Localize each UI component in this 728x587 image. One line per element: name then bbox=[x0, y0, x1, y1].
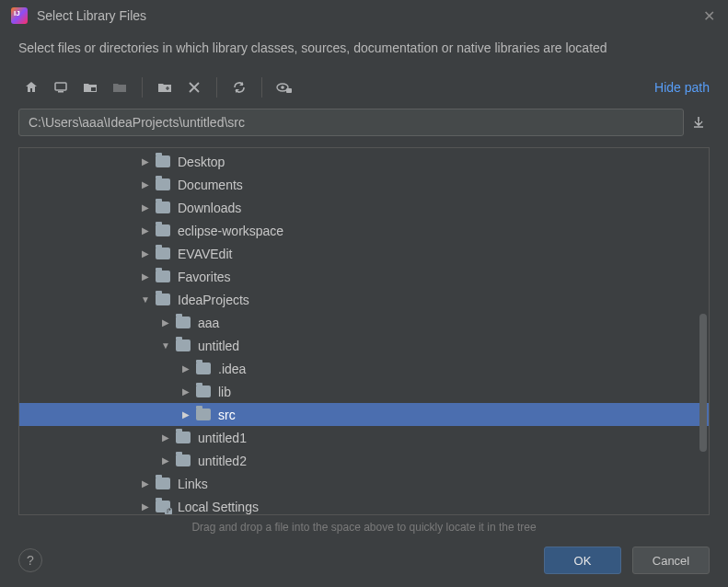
chevron-down-icon[interactable]: ▼ bbox=[159, 340, 172, 351]
toolbar-separator bbox=[261, 77, 262, 98]
chevron-right-icon[interactable]: ▶ bbox=[159, 455, 172, 466]
chevron-right-icon[interactable]: ▶ bbox=[139, 271, 152, 282]
desktop-icon[interactable] bbox=[48, 75, 74, 99]
tree-row[interactable]: ▶aaa bbox=[19, 311, 709, 334]
title-bar: Select Library Files ✕ bbox=[0, 0, 728, 31]
folder-icon bbox=[156, 201, 170, 213]
ok-button[interactable]: OK bbox=[544, 547, 621, 574]
drag-hint: Drag and drop a file into the space abov… bbox=[0, 515, 728, 535]
cancel-button-label: Cancel bbox=[653, 554, 689, 568]
tree-row-label: src bbox=[218, 408, 236, 422]
folder-icon bbox=[176, 340, 191, 351]
folder-icon bbox=[176, 432, 191, 443]
tree-row[interactable]: ▼IdeaProjects bbox=[19, 288, 709, 311]
toolbar: Hide path bbox=[0, 70, 728, 105]
toolbar-separator bbox=[216, 77, 217, 98]
tree-row-label: untitled bbox=[198, 339, 239, 353]
chevron-right-icon[interactable]: ▶ bbox=[139, 225, 152, 236]
folder-icon bbox=[156, 247, 170, 259]
module-folder-icon bbox=[107, 75, 133, 99]
chevron-right-icon[interactable]: ▶ bbox=[159, 432, 172, 443]
help-button[interactable]: ? bbox=[18, 548, 42, 572]
folder-icon bbox=[176, 455, 191, 466]
tree-row-label: eclipse-workspace bbox=[178, 224, 283, 238]
tree-row-label: .idea bbox=[218, 362, 246, 376]
tree-row[interactable]: ▶untitled1 bbox=[19, 426, 709, 449]
folder-icon bbox=[196, 363, 211, 374]
tree-row[interactable]: ▶Local Settings bbox=[19, 495, 709, 515]
app-icon bbox=[11, 7, 28, 24]
folder-icon bbox=[156, 270, 170, 282]
refresh-icon[interactable] bbox=[226, 75, 252, 99]
tree-row-label: Downloads bbox=[178, 201, 241, 215]
path-row bbox=[0, 105, 728, 140]
svg-rect-0 bbox=[55, 83, 66, 90]
tree-row[interactable]: ▶Desktop bbox=[19, 150, 709, 173]
chevron-right-icon[interactable]: ▶ bbox=[179, 363, 192, 374]
home-icon[interactable] bbox=[18, 75, 44, 99]
tree-row-label: Local Settings bbox=[178, 500, 259, 514]
chevron-right-icon[interactable]: ▶ bbox=[139, 248, 152, 259]
chevron-right-icon[interactable]: ▶ bbox=[139, 478, 152, 489]
hide-path-link[interactable]: Hide path bbox=[654, 80, 710, 95]
svg-point-4 bbox=[281, 86, 284, 89]
tree-row[interactable]: ▶untitled2 bbox=[19, 449, 709, 472]
folder-icon bbox=[156, 178, 170, 190]
tree-row-label: Documents bbox=[178, 178, 243, 192]
tree-row[interactable]: ▶Documents bbox=[19, 173, 709, 196]
show-hidden-icon[interactable] bbox=[272, 75, 297, 99]
folder-icon bbox=[156, 155, 170, 167]
folder-icon bbox=[196, 386, 211, 397]
chevron-right-icon[interactable]: ▶ bbox=[139, 501, 152, 512]
delete-icon[interactable] bbox=[181, 75, 207, 99]
dialog-subtitle: Select files or directories in which lib… bbox=[0, 31, 728, 70]
ok-button-label: OK bbox=[574, 554, 592, 568]
chevron-right-icon[interactable]: ▶ bbox=[179, 386, 192, 397]
tree-row[interactable]: ▶.idea bbox=[19, 357, 709, 380]
folder-icon bbox=[176, 317, 191, 328]
tree-row[interactable]: ▼untitled bbox=[19, 334, 709, 357]
tree-row-label: untitled1 bbox=[198, 431, 247, 445]
tree-row-label: EVAVEdit bbox=[178, 247, 232, 261]
folder-icon bbox=[196, 409, 211, 420]
folder-icon bbox=[156, 501, 170, 512]
toolbar-separator bbox=[142, 77, 143, 98]
chevron-right-icon[interactable]: ▶ bbox=[139, 156, 152, 167]
cancel-button[interactable]: Cancel bbox=[632, 547, 710, 574]
chevron-down-icon[interactable]: ▼ bbox=[139, 294, 152, 305]
tree-row-label: Desktop bbox=[178, 155, 225, 169]
tree-row[interactable]: ▶Downloads bbox=[19, 196, 709, 219]
new-folder-icon[interactable] bbox=[152, 75, 178, 99]
svg-rect-2 bbox=[91, 87, 96, 91]
path-input[interactable] bbox=[18, 109, 684, 136]
dialog-footer: ? OK Cancel bbox=[0, 535, 728, 587]
folder-icon bbox=[156, 294, 170, 305]
folder-icon bbox=[156, 224, 170, 236]
chevron-right-icon[interactable]: ▶ bbox=[159, 317, 172, 328]
dialog-title: Select Library Files bbox=[37, 8, 146, 23]
tree-row[interactable]: ▶lib bbox=[19, 380, 709, 403]
tree-row[interactable]: ▶eclipse-workspace bbox=[19, 219, 709, 242]
scrollbar-thumb[interactable] bbox=[699, 314, 707, 452]
file-tree[interactable]: ▶Desktop▶Documents▶Downloads▶eclipse-wor… bbox=[18, 147, 710, 515]
tree-row-label: Links bbox=[178, 477, 208, 491]
tree-row[interactable]: ▶EVAVEdit bbox=[19, 242, 709, 265]
download-icon[interactable] bbox=[691, 115, 710, 130]
svg-rect-5 bbox=[286, 88, 292, 93]
tree-row-label: IdeaProjects bbox=[178, 293, 249, 307]
chevron-right-icon[interactable]: ▶ bbox=[139, 202, 152, 213]
tree-row-label: Favorites bbox=[178, 270, 231, 284]
folder-icon bbox=[156, 478, 170, 489]
svg-rect-1 bbox=[58, 91, 64, 93]
project-folder-icon[interactable] bbox=[77, 75, 103, 99]
chevron-right-icon[interactable]: ▶ bbox=[139, 179, 152, 190]
tree-row-label: aaa bbox=[198, 316, 219, 330]
chevron-right-icon[interactable]: ▶ bbox=[179, 409, 192, 420]
tree-row-label: untitled2 bbox=[198, 454, 247, 468]
tree-row[interactable]: ▶src bbox=[19, 403, 709, 426]
tree-row-label: lib bbox=[218, 385, 231, 399]
tree-row[interactable]: ▶Favorites bbox=[19, 265, 709, 288]
close-icon[interactable]: ✕ bbox=[703, 7, 715, 25]
tree-row[interactable]: ▶Links bbox=[19, 472, 709, 495]
